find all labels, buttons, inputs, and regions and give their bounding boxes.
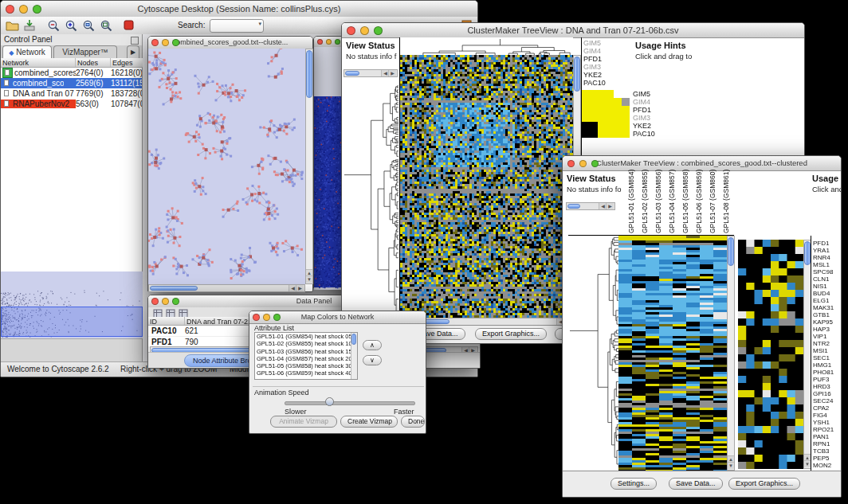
gene-label[interactable]: KAP95 — [813, 318, 834, 326]
animation-speed-slider[interactable] — [285, 401, 415, 405]
gene-label[interactable]: HRD3 — [813, 383, 834, 390]
scroll-down-icon[interactable]: ▼ — [306, 275, 312, 283]
gene-label[interactable]: RNR4 — [813, 254, 834, 261]
column-dendrogram-canvas[interactable] — [400, 37, 573, 55]
close-icon[interactable] — [317, 39, 323, 45]
network-vertical-scrollbar[interactable]: ▲ ▼ — [305, 49, 313, 284]
tab-vizmapper[interactable]: VizMapper™ — [53, 45, 117, 58]
treeview-dna-title-bar[interactable]: ClusterMaker TreeView : DNA and Tran 07-… — [342, 23, 804, 38]
gene-label[interactable]: FIG4 — [813, 412, 834, 419]
gene-label[interactable]: PUF3 — [813, 376, 834, 383]
gene-label[interactable]: PFD1 — [813, 240, 834, 247]
gene-label[interactable]: CPA2 — [813, 404, 834, 412]
gene-label[interactable]: NTR2 — [813, 340, 834, 347]
attribute-list-item[interactable]: GPL51-02 (GSM855) heat shock 10 min — [255, 340, 352, 347]
attribute-list-item[interactable]: GPL51-06 (GSM859) heat shock 40 min — [255, 369, 352, 377]
treeview-button[interactable]: Export Graphics... — [475, 328, 547, 340]
move-down-button[interactable]: ∨ — [363, 355, 382, 365]
detail-heatmap-canvas[interactable] — [738, 240, 803, 469]
gene-label[interactable]: TCB3 — [813, 447, 834, 455]
gene-label[interactable]: HAP3 — [813, 326, 834, 333]
row-dendrogram-canvas[interactable] — [568, 236, 618, 471]
heatmap-canvas[interactable] — [400, 55, 573, 318]
column-header-id[interactable]: ID — [148, 317, 185, 325]
treeview-button[interactable]: Export Graphics... — [728, 478, 800, 490]
gene-label[interactable]: HMG1 — [813, 361, 834, 369]
network-list-row[interactable]: DNA and Tran 077769(0)183728(0) — [1, 88, 142, 99]
network-list-row[interactable]: combined_sco2569(6)13112(15) — [1, 78, 142, 88]
network-horizontal-scrollbar[interactable]: ◀ ▶ — [148, 284, 305, 292]
minimize-icon[interactable] — [162, 298, 169, 305]
dendrogram-mini-scrollbar[interactable]: ◀ ▶ — [566, 202, 615, 210]
gene-label[interactable]: SEC1 — [813, 354, 834, 361]
import-icon[interactable] — [23, 19, 37, 32]
zoom-selected-icon[interactable] — [82, 19, 96, 32]
annotation-icon[interactable] — [124, 19, 137, 32]
treeview-button[interactable]: Save Data... — [669, 478, 723, 490]
tab-overflow-button[interactable]: ▶ — [127, 45, 139, 58]
network-overview-canvas[interactable] — [1, 272, 143, 338]
gene-label[interactable]: PAN1 — [813, 433, 834, 440]
minimize-icon[interactable] — [263, 314, 270, 321]
close-icon[interactable] — [347, 26, 355, 35]
network-list-row[interactable]: RNAPuberNov2563(0)107847(0) — [1, 99, 142, 109]
create-attribute-icon[interactable] — [166, 307, 175, 317]
column-header-edges[interactable]: Edges — [111, 58, 143, 67]
select-attributes-icon[interactable] — [153, 307, 163, 317]
gene-label[interactable]: YRA1 — [813, 247, 834, 254]
attribute-list[interactable]: GPL51-01 (GSM854) heat shock 05 minGPL51… — [254, 332, 358, 380]
attribute-list-item[interactable]: GPL51-01 (GSM854) heat shock 05 min — [255, 333, 352, 340]
treeview-button[interactable]: Settings... — [610, 478, 657, 490]
gene-label[interactable]: GTB1 — [813, 311, 834, 318]
tab-network[interactable]: ◆ Network — [2, 45, 52, 58]
scroll-down-icon[interactable]: ▼ — [804, 460, 811, 467]
gene-label[interactable]: PHO81 — [813, 369, 834, 376]
attribute-list-item[interactable]: GPL51-07 (GSM860) heat shock 60 min — [255, 377, 352, 380]
minimize-icon[interactable] — [19, 5, 28, 14]
gene-label[interactable]: BUD4 — [813, 290, 834, 297]
gene-label[interactable]: MAK31 — [813, 304, 834, 311]
dialog-button[interactable]: Create Vizmap — [340, 416, 398, 428]
slider-thumb[interactable] — [325, 397, 334, 406]
heatmap-canvas[interactable] — [618, 236, 727, 471]
zoom-icon[interactable] — [172, 39, 179, 46]
network-title-bar[interactable]: combined_scores_good.txt--cluste... — [148, 37, 312, 49]
zoom-icon[interactable] — [172, 298, 179, 305]
close-icon[interactable] — [253, 314, 260, 321]
attribute-list-item[interactable]: GPL51-05 (GSM858) heat shock 30 min — [255, 362, 352, 369]
gene-label[interactable]: NIS1 — [813, 283, 834, 290]
gene-label[interactable]: CLN1 — [813, 275, 834, 283]
scroll-down-icon[interactable]: ▼ — [728, 462, 734, 469]
zoom-icon[interactable] — [374, 26, 383, 35]
list-scrollbar[interactable] — [351, 333, 357, 379]
zoom-icon[interactable] — [591, 160, 599, 167]
dialog-button[interactable]: Done — [401, 416, 425, 428]
gene-label[interactable]: SPC98 — [813, 268, 834, 275]
column-header-nodes[interactable]: Nodes — [76, 58, 111, 67]
network-list-row[interactable]: combined_scores2764(0)16218(0) — [1, 68, 142, 78]
attribute-list-item[interactable]: GPL51-04 (GSM857) heat shock 20 min — [255, 355, 352, 362]
gene-label[interactable]: MSI1 — [813, 347, 834, 354]
gene-label[interactable]: RPO21 — [813, 426, 834, 433]
zoom-fit-icon[interactable] — [100, 19, 113, 32]
gene-label[interactable]: PEP5 — [813, 455, 834, 462]
move-up-button[interactable]: ∧ — [363, 340, 382, 350]
dialog-title-bar[interactable]: Map Colors to Network — [249, 311, 426, 324]
close-icon[interactable] — [6, 5, 14, 14]
minimize-icon[interactable] — [162, 39, 169, 46]
zoom-icon[interactable] — [335, 39, 340, 45]
column-header-network[interactable]: Network — [1, 58, 76, 67]
gene-label[interactable]: MON2 — [813, 462, 834, 469]
delete-attribute-icon[interactable] — [179, 307, 188, 317]
zoom-out-icon[interactable] — [47, 19, 61, 32]
gene-label[interactable]: VIP1 — [813, 333, 834, 340]
minimize-icon[interactable] — [579, 160, 587, 167]
scroll-right-icon[interactable]: ▶ — [388, 70, 396, 76]
open-file-icon[interactable] — [6, 19, 19, 32]
gene-label[interactable]: SEC24 — [813, 397, 834, 404]
zoom-in-icon[interactable] — [65, 19, 78, 32]
gene-label[interactable]: RPN1 — [813, 440, 834, 447]
gene-label[interactable]: GPI16 — [813, 390, 834, 397]
dendrogram-mini-scrollbar[interactable]: ◀ ▶ — [344, 69, 398, 77]
minimize-icon[interactable] — [326, 39, 332, 45]
